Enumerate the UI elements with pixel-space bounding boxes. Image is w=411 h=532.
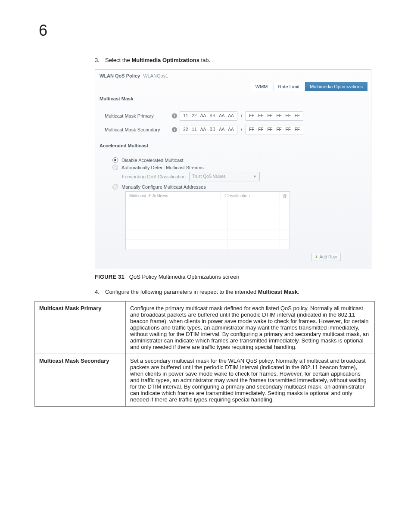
multicast-mask-primary-row: Multicast Mask Primary i 11 - 22 - AA - …	[105, 111, 367, 121]
grid-col-ip: Multicast IP Address	[126, 192, 221, 200]
multicast-mask-secondary-mask[interactable]: FF - FF - FF - FF - FF - FF	[246, 125, 303, 134]
row-1-name: Multicast Mask Primary	[35, 302, 126, 354]
info-icon[interactable]: i	[172, 113, 177, 118]
trash-icon[interactable]: 🗑	[283, 193, 287, 199]
radio-icon	[112, 157, 118, 163]
table-row	[126, 210, 290, 220]
multicast-mask-description-table: Multicast Mask Primary Configure the pri…	[34, 301, 375, 407]
forwarding-qos-row: Forwarding QoS Classification Trust QoS …	[122, 172, 367, 181]
table-row: Multicast Mask Primary Configure the pri…	[35, 302, 375, 354]
radio-icon	[112, 184, 118, 190]
multicast-mask-primary-label: Multicast Mask Primary	[105, 113, 169, 118]
multicast-address-grid: Multicast IP Address Classification 🗑	[125, 191, 290, 250]
figure-caption: FIGURE 31 QoS Policy Multimedia Optimiza…	[95, 274, 381, 280]
plus-icon: +	[315, 255, 318, 259]
chevron-down-icon: ▼	[253, 174, 257, 180]
step-4-text: Configure the following parameters in re…	[105, 289, 299, 295]
table-row	[126, 220, 290, 230]
chapter-number: 6	[39, 22, 385, 40]
tab-rate-limit[interactable]: Rate Limit	[274, 82, 305, 91]
multicast-mask-secondary-label: Multicast Mask Secondary	[105, 127, 169, 132]
table-row: Multicast Mask Secondary Set a secondary…	[35, 354, 375, 407]
table-row	[126, 240, 290, 250]
tab-multimedia-optimizations[interactable]: Multimedia Optimizations	[305, 82, 367, 91]
add-row-button[interactable]: + Add Row	[311, 253, 341, 261]
panel-title: WLAN QoS Policy WLANQos1	[95, 70, 371, 82]
tab-row: WMM Rate Limit Multimedia Optimizations	[95, 82, 371, 93]
multicast-mask-legend: Multicast Mask	[100, 96, 367, 101]
radio-manual-configure[interactable]: Manually Configure Multicast Addresses	[112, 184, 367, 190]
step-3-number: 3.	[95, 57, 105, 63]
accelerated-multicast-legend: Accelerated Multicast	[100, 143, 367, 148]
grid-col-classification: Classification	[221, 192, 280, 200]
multicast-mask-secondary-mac[interactable]: 22 - 11 - AA - BB - AA - AA	[180, 125, 237, 134]
step-3-text: Select the Multimedia Optimizations tab.	[105, 57, 210, 63]
row-2-desc: Set a secondary multicast mask for the W…	[126, 354, 375, 407]
qos-policy-panel: WLAN QoS Policy WLANQos1 WMM Rate Limit …	[95, 69, 371, 269]
tab-wmm[interactable]: WMM	[251, 82, 273, 91]
forwarding-qos-select[interactable]: Trust QoS Values ▼	[189, 172, 260, 181]
step-4-number: 4.	[95, 289, 105, 295]
table-row	[126, 230, 290, 240]
multicast-mask-secondary-row: Multicast Mask Secondary i 22 - 11 - AA …	[105, 125, 367, 134]
radio-icon	[112, 165, 118, 170]
info-icon[interactable]: i	[172, 127, 177, 132]
step-3: 3. Select the Multimedia Optimizations t…	[95, 57, 381, 63]
radio-disable-accel[interactable]: Disable Accelerated Multicast	[112, 157, 367, 163]
multicast-mask-primary-mask[interactable]: FF - FF - FF - FF - FF - FF	[246, 111, 303, 121]
radio-auto-detect[interactable]: Automatically Detect Multicast Streams	[112, 165, 367, 170]
forwarding-qos-label: Forwarding QoS Classification	[122, 174, 186, 179]
row-1-desc: Configure the primary multicast mask def…	[126, 302, 375, 354]
row-2-name: Multicast Mask Secondary	[35, 354, 126, 407]
step-4: 4. Configure the following parameters in…	[95, 289, 381, 295]
table-row	[126, 200, 290, 210]
multicast-mask-primary-mac[interactable]: 11 - 22 - AA - BB - AA - AA	[180, 111, 237, 121]
